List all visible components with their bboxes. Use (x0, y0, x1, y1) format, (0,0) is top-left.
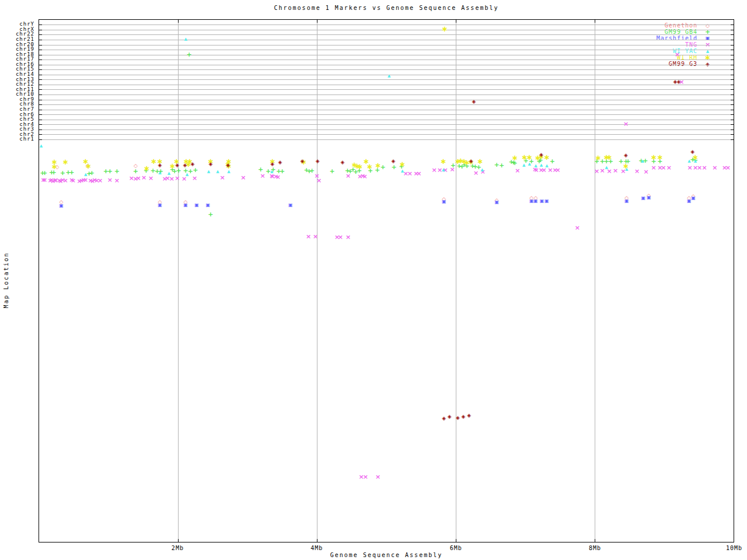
wi-yac-marker: ▲ (641, 159, 644, 163)
tng-marker: × (240, 174, 246, 181)
gm99-g3-marker: ◈ (462, 414, 466, 419)
gm99-g3-marker: ◈ (175, 163, 179, 168)
gridline-mb (317, 20, 317, 542)
tng-marker: × (174, 175, 180, 181)
x-tick-label: 10Mb (726, 545, 742, 551)
gm99-g3-marker: ◈ (539, 152, 543, 158)
gridline-chromosome (39, 94, 734, 95)
tng-marker: × (651, 164, 657, 171)
gm99-gb4-marker: + (107, 169, 113, 175)
marshfield-marker: ▣ (183, 203, 188, 208)
wi-yac-marker: ▲ (481, 168, 484, 172)
wi-yac-marker: ▲ (158, 171, 161, 175)
y-tick-labels: chrYchrXchr22chr21chr20chr19chr18chr17ch… (0, 19, 36, 542)
wi-yac-marker: ▲ (186, 173, 189, 177)
wi-rh-marker: ∗ (399, 160, 406, 168)
tng-marker: × (623, 121, 629, 127)
tng-marker: × (363, 474, 368, 480)
wi-yac-marker: ▲ (522, 163, 525, 167)
gm99-gb4-marker: + (176, 167, 181, 174)
gridline-chromosome (39, 85, 734, 85)
y-tick-left (39, 50, 42, 50)
legend-label: Genethon (665, 22, 697, 29)
gm99-g3-marker: ◈ (278, 160, 282, 166)
gridline-chromosome (39, 69, 734, 70)
gm99-g3-marker: ◈ (690, 150, 694, 155)
tng-marker: × (575, 225, 580, 231)
y-tick-left (39, 30, 42, 30)
tng-marker: × (613, 167, 618, 174)
gm99-g3-marker: ◈ (191, 162, 195, 167)
tng-marker: × (375, 474, 381, 480)
tng-marker: × (42, 177, 47, 183)
y-tick-right (731, 50, 734, 50)
gridline-chromosome (39, 55, 734, 55)
tng-marker: × (345, 173, 351, 179)
y-tick-right (731, 60, 734, 60)
y-tick-left (39, 79, 42, 80)
gm99-gb4-marker: + (60, 170, 65, 176)
y-tick-right (731, 55, 734, 55)
y-tick-left (39, 130, 42, 130)
x-tick-bottom (595, 539, 595, 542)
gridline-chromosome (39, 110, 734, 110)
tng-marker: × (712, 164, 717, 171)
y-tick-left (39, 24, 42, 25)
y-tick-right (731, 75, 734, 75)
marshfield-marker: ▣ (158, 203, 162, 208)
gm99-g3-marker: ◈ (270, 162, 274, 167)
tng-marker: × (192, 175, 197, 181)
gm99-gb4-marker: + (133, 169, 138, 175)
x-tick-label: 4Mb (310, 545, 323, 551)
gm99-g3-marker: ◈ (158, 163, 162, 168)
y-tick-left (39, 69, 42, 70)
y-tick-right (731, 30, 734, 30)
wi-yac-marker: ▲ (605, 166, 608, 170)
gm99-g3-marker: ◈ (469, 159, 473, 164)
gm99-g3-marker: ◈ (472, 100, 476, 105)
wi-rh-marker: ∗ (151, 158, 157, 165)
gridline-chromosome (39, 89, 734, 90)
tng-marker: × (643, 169, 648, 176)
marshfield-marker: ▣ (205, 203, 210, 208)
wi-rh-marker: ∗ (543, 154, 550, 162)
marshfield-marker: ▣ (691, 196, 696, 201)
gridline-chromosome (39, 130, 734, 130)
tng-marker: × (107, 177, 113, 183)
tng-marker: × (407, 170, 413, 177)
tng-marker: × (687, 164, 692, 171)
gm99-g3-marker: ◈ (183, 163, 187, 168)
legend-label: Marshfield (657, 35, 697, 41)
y-tick-label: chr1 (19, 136, 34, 142)
wi-rh-marker: ∗ (366, 163, 373, 171)
tng-marker: × (661, 164, 666, 171)
wi-rh-marker: ∗ (62, 159, 69, 166)
gridline-chromosome (39, 134, 734, 135)
tng-marker: × (599, 167, 605, 174)
y-tick-right (731, 134, 734, 135)
wi-yac-marker: ▲ (540, 163, 543, 167)
plot-area: Genethon◇GM99 GB4+Marshfield▣TNG×WI YAC▲… (39, 19, 734, 542)
wi-yac-marker: ▲ (216, 170, 219, 174)
wi-rh-marker: ∗ (657, 154, 663, 162)
tng-marker: × (316, 177, 322, 184)
y-tick-right (731, 85, 734, 85)
x-tick-label: 8Mb (589, 545, 601, 551)
gridline-chromosome (39, 40, 734, 40)
gridline-chromosome (39, 30, 734, 30)
tng-marker: × (701, 164, 707, 171)
wi-rh-marker: ∗ (512, 154, 518, 162)
wi-yac-marker: ▲ (534, 164, 537, 169)
gridline-chromosome (39, 60, 734, 60)
tng-marker: × (449, 166, 455, 173)
wi-rh-marker: ∗ (357, 163, 363, 171)
wi-rh-marker: ∗ (375, 162, 381, 169)
wi-rh-marker: ∗ (442, 25, 448, 33)
tng-marker: × (725, 164, 731, 171)
gridline-chromosome (39, 79, 734, 80)
y-tick-left (39, 139, 42, 140)
y-tick-right (731, 104, 734, 105)
gm99-gb4-marker: + (391, 164, 396, 171)
wi-rh-marker: ∗ (623, 163, 629, 170)
dotted-diamond-icon: ◈ (697, 61, 718, 67)
